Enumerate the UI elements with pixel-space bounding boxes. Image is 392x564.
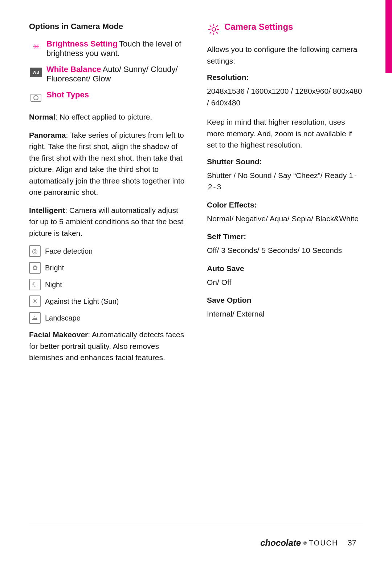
sun-label: Against the Light (Sun) — [45, 297, 119, 306]
brightness-item: ✳ Brightness Setting Touch the level of … — [29, 39, 185, 58]
panorama-paragraph: Panorama: Take series of pictures from l… — [29, 129, 185, 198]
face-detection-icon — [29, 245, 41, 257]
bright-label: Bright — [45, 264, 64, 272]
bright-icon — [29, 262, 41, 274]
shot-types-label: Shot Types — [46, 90, 89, 100]
footer-brand: chocolate ® TOUCH 37 — [260, 538, 356, 548]
brightness-text: Brightness Setting Touch the level of br… — [46, 39, 185, 58]
shutter-sound-label: Shutter Sound: — [207, 157, 363, 166]
color-effects-label: Color Effects: — [207, 201, 363, 209]
camera-settings-heading-item: Camera Settings — [207, 22, 363, 36]
shot-types-item: Shot Types — [29, 90, 185, 105]
intelligent-paragraph: Intelligent: Camera will automatically a… — [29, 205, 185, 239]
page-number: 37 — [348, 538, 356, 548]
camera-settings-title: Camera Settings — [224, 22, 293, 32]
camera-settings-gear-icon — [207, 23, 221, 36]
self-timer-label: Self Timer: — [207, 232, 363, 241]
shutter-sound-value: Shutter / No Sound / Say “Cheez”/ Ready … — [207, 170, 363, 193]
night-icon — [29, 279, 41, 290]
save-option-value: Internal/ External — [207, 308, 363, 320]
brand-chocolate: chocolate — [260, 538, 301, 548]
normal-paragraph: Normal: No effect applied to picture. — [29, 111, 185, 123]
facial-makeover-paragraph: Facial Makeover: Automatically detects f… — [29, 329, 185, 363]
save-option-label: Save Option — [207, 296, 363, 305]
footer: chocolate ® TOUCH 37 — [0, 538, 385, 548]
landscape-label: Landscape — [45, 314, 81, 322]
shot-types-icon — [29, 91, 43, 105]
face-detection-label: Face detection — [45, 247, 93, 255]
footer-divider — [29, 524, 363, 524]
camera-settings-intro: Allows you to configure the following ca… — [207, 44, 363, 67]
resolution-note: Keep in mind that higher resolution, use… — [207, 116, 363, 151]
night-label: Night — [45, 281, 62, 289]
resolution-value: 2048x1536 / 1600x1200 / 1280x960/ 800x48… — [207, 85, 363, 108]
brand-touch: TOUCH — [309, 539, 338, 547]
svg-point-0 — [212, 28, 216, 31]
brightness-icon: ✳ — [29, 40, 43, 54]
sun-icon — [29, 295, 41, 307]
registered-mark: ® — [303, 540, 307, 546]
landscape-icon — [29, 312, 41, 324]
white-balance-item: WB White Balance Auto/ Sunny/ Cloudy/ Fl… — [29, 65, 185, 84]
resolution-label: Resolution: — [207, 73, 363, 82]
section-header-camera-mode: Options in Camera Mode — [29, 22, 185, 31]
self-timer-value: Off/ 3 Seconds/ 5 Seconds/ 10 Seconds — [207, 245, 363, 256]
night-item: Night — [29, 279, 185, 290]
white-balance-icon: WB — [29, 65, 43, 79]
accent-bar — [385, 0, 392, 73]
auto-save-label: Auto Save — [207, 264, 363, 273]
bright-item: Bright — [29, 262, 185, 274]
right-column: Camera Settings Allows you to configure … — [207, 22, 363, 370]
page-container: Options in Camera Mode ✳ Brightness Sett… — [0, 0, 392, 564]
sun-item: Against the Light (Sun) — [29, 295, 185, 307]
two-column-layout: Options in Camera Mode ✳ Brightness Sett… — [29, 22, 363, 370]
shot-types-camera-icon — [30, 94, 41, 102]
color-effects-value: Normal/ Negative/ Aqua/ Sepia/ Black&Whi… — [207, 213, 363, 225]
white-balance-text: White Balance Auto/ Sunny/ Cloudy/ Fluor… — [46, 65, 185, 84]
left-column: Options in Camera Mode ✳ Brightness Sett… — [29, 22, 185, 370]
face-detection-item: Face detection — [29, 245, 185, 257]
auto-save-value: On/ Off — [207, 277, 363, 288]
landscape-item: Landscape — [29, 312, 185, 324]
